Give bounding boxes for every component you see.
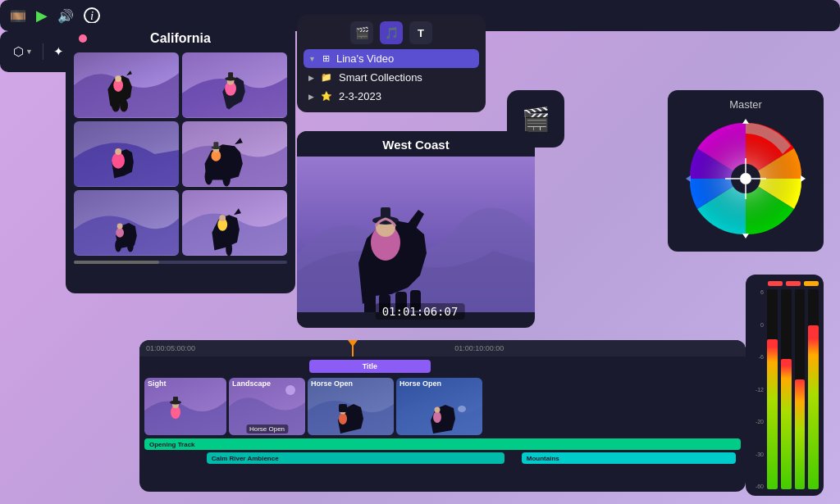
svg-point-11 [222,170,231,187]
library-title: California [150,31,211,46]
video-track: Sight Landscape Horse Open [144,378,741,435]
browser-tab-music[interactable]: 🎵 [380,21,403,44]
meter-bar-right [781,359,792,489]
speaker-icon[interactable]: 🔊 [57,8,74,24]
audio-row-2: Calm River Ambience Mountains [144,452,741,464]
ruler-time-2: 01:00:10:00:00 [454,344,504,352]
timeline-ruler: 01:00:05:00:00 01:00:10:00:00 [139,340,746,356]
transform-icon: ⬡ [13,44,24,59]
svg-point-9 [115,148,121,155]
meter-labels [751,281,819,286]
playhead[interactable] [352,340,354,356]
svg-point-58 [433,411,441,423]
scale-minus20: -20 [751,419,764,425]
thumbnail-1[interactable] [74,52,179,118]
mountains-label: Mountains [522,455,559,462]
thumbnail-6[interactable] [182,190,287,256]
scale-minus60: -60 [751,484,764,489]
meter-bar-3 [795,379,806,489]
meter-bar-4 [808,325,819,489]
svg-marker-44 [742,119,749,124]
folder-icon: 📁 [321,72,332,83]
svg-point-21 [226,242,232,256]
svg-point-17 [117,223,123,229]
browser-item-date[interactable]: ▶ ⭐ 2-3-2023 [304,87,479,106]
preview-video [297,157,535,312]
svg-point-51 [285,385,295,395]
library-header: California [74,31,287,46]
color-wheel-container[interactable] [676,117,815,243]
audio-meter-panel: 6 0 -6 -12 -20 -30 -60 [746,275,824,496]
library-dot [79,34,87,43]
clapper-icon: 🎬 [522,106,550,133]
transform-tool[interactable]: ⬡ ▼ [8,41,38,62]
calm-river-label: Calm River Ambience [207,455,279,462]
browser-item-smart-label: Smart Collections [339,71,422,84]
meter-red-1 [768,281,783,286]
audio-track-calm-river[interactable]: Calm River Ambience [207,452,505,464]
timeline-tracks: Title Sight Landscape [139,356,746,467]
library-panel: California [66,23,295,293]
meter-bar-left [767,339,778,489]
svg-point-57 [458,406,466,412]
title-clip[interactable]: Title [309,360,431,373]
separator-1 [43,43,43,60]
browser-tabs: 🎬 🎵 T [304,21,479,44]
effect-icon: ✦ [53,44,64,59]
browser-item-lina-label: Lina's Video [336,52,394,65]
audio-track-opening[interactable]: Opening Track [144,438,741,450]
thumbnail-2[interactable] [182,52,287,118]
scale-minus6: -6 [751,354,764,360]
timecode-display: 01:01:06:07 [376,303,465,320]
ruler-time-1: 01:00:05:00:00 [146,344,195,352]
film-icon[interactable]: 🎞️ [10,8,26,24]
svg-point-19 [127,239,134,252]
browser-item-date-label: 2-3-2023 [339,90,381,102]
play-triangle-icon[interactable]: ▶ [36,7,48,25]
color-wheel-svg[interactable] [684,117,807,240]
scale-6: 6 [751,289,764,295]
video-clip-landscape[interactable]: Landscape Horse Open [229,378,305,435]
svg-point-10 [205,169,213,185]
thumbnail-3[interactable] [74,121,179,187]
browser-panel: 🎬 🎵 T ▼ ⊞ Lina's Video ▶ 📁 Smart Collect… [297,15,486,112]
arrow-right-icon-date: ▶ [308,93,314,101]
svg-point-53 [339,413,347,425]
library-scrollbar[interactable] [74,261,287,264]
svg-rect-49 [173,397,178,403]
thumbnail-5[interactable] [74,190,179,256]
svg-marker-43 [742,234,749,238]
landscape-clip-label: Landscape [232,379,271,388]
horse-open-label: Horse Open [246,425,288,434]
svg-rect-25 [364,292,376,312]
svg-point-23 [219,215,226,221]
video-clip-sight[interactable]: Sight [144,378,226,435]
video-clip-horse-2[interactable]: Horse Open [396,378,482,435]
audio-gap [507,452,519,464]
arrow-down-icon: ▼ [308,55,316,63]
thumbnail-grid [74,52,287,256]
browser-item-lina[interactable]: ▼ ⊞ Lina's Video [304,49,479,68]
preview-panel: West Coast [297,131,535,328]
timeline-panel: 01:00:05:00:00 01:00:10:00:00 Title Sigh… [139,340,746,492]
color-panel: Master [668,90,824,252]
svg-marker-42 [686,175,691,182]
info-icon[interactable]: i [84,7,100,24]
thumbnail-4[interactable] [182,121,287,187]
svg-point-0 [112,99,120,112]
star-icon: ⭐ [321,91,332,102]
meter-red-2 [786,281,801,286]
video-clip-horse-1[interactable]: Horse Open [308,378,394,435]
svg-point-59 [435,407,441,413]
scale-0: 0 [751,322,764,328]
svg-rect-15 [213,142,218,148]
svg-point-36 [740,173,751,184]
sight-clip-label: Sight [148,379,167,388]
opening-track-label: Opening Track [144,441,195,448]
browser-tab-video[interactable]: 🎬 [350,21,373,44]
audio-track-mountains[interactable]: Mountains [522,452,737,464]
playhead-triangle [348,340,358,347]
browser-item-smart[interactable]: ▶ 📁 Smart Collections [304,68,479,87]
browser-tab-text[interactable]: T [409,21,432,44]
svg-point-1 [120,99,128,112]
